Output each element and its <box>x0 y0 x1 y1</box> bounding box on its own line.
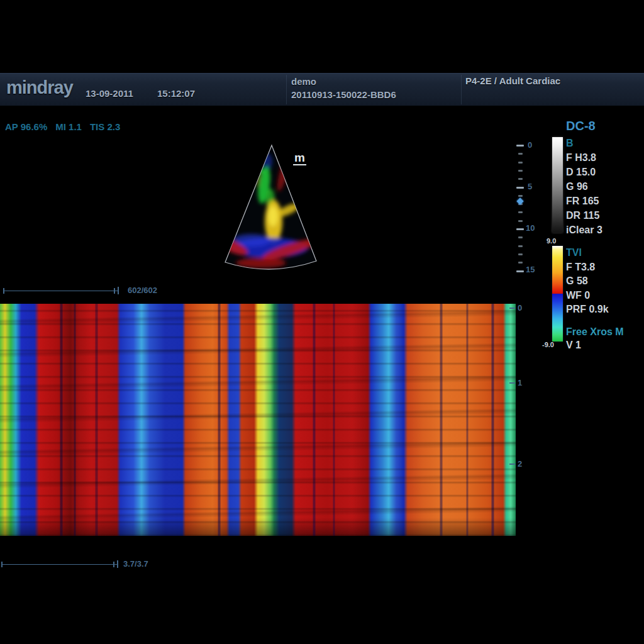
depth-minor-tick <box>518 236 523 238</box>
tvi-color-bar <box>552 246 563 341</box>
time-scale-end-tick <box>113 562 114 567</box>
tvi-param-frequency: F T3.8 <box>566 260 609 275</box>
cine-end-tick <box>114 288 115 294</box>
b-mode-params: B F H3.8 D 15.0 G 96 FR 165 DR 115 iClea… <box>566 136 602 237</box>
depth-minor-tick <box>518 195 523 197</box>
depth-label-15: 15 <box>526 265 535 274</box>
mindray-logo: mindray <box>6 77 73 98</box>
exam-date: 13-09-2011 <box>86 88 133 99</box>
m-line-marker: m <box>293 152 306 165</box>
time-scale-line <box>1 564 117 565</box>
tvi-label: TVI <box>566 246 609 260</box>
depth-minor-tick <box>518 170 523 172</box>
sweep-time-value: 3.7/3.7 <box>123 559 148 569</box>
mmode-depth-tick <box>509 464 515 465</box>
tvi-params: TVI F T3.8 G 58 WF 0 PRF 0.9k <box>566 246 609 317</box>
b-param-frequency: F H3.8 <box>566 150 602 165</box>
tvi-param-wallfilter: WF 0 <box>566 289 609 303</box>
tvi-param-prf: PRF 0.9k <box>566 303 609 317</box>
depth-label-0: 0 <box>528 140 532 150</box>
exam-time: 15:12:07 <box>157 88 195 99</box>
cine-cursor-tick[interactable] <box>118 287 119 294</box>
depth-minor-tick <box>518 211 523 213</box>
mmode-depth-label-1: 1 <box>518 378 522 387</box>
cine-start-tick <box>3 288 4 294</box>
depth-major-tick <box>516 187 524 189</box>
mmode-trace-display[interactable] <box>0 304 516 536</box>
mi-value: MI 1.1 <box>55 121 82 132</box>
depth-major-tick <box>516 228 524 230</box>
mmode-depth-label-2: 2 <box>518 459 522 469</box>
depth-major-tick <box>516 270 524 272</box>
exam-id: 20110913-150022-BBD6 <box>291 89 396 100</box>
b-mode-label: B <box>566 136 602 150</box>
free-xros-m-label: Free Xros M <box>566 326 624 338</box>
tvi-scale-min: -9.0 <box>542 341 554 348</box>
depth-minor-tick <box>518 245 523 247</box>
depth-minor-tick <box>518 153 523 155</box>
b-param-iclear: iClear 3 <box>566 223 602 237</box>
ultrasound-screen: { "colors": { "teal_label": "#1e7d9a", "… <box>0 0 644 644</box>
grayscale-bar <box>552 137 563 233</box>
system-model-label: DC-8 <box>566 119 596 133</box>
ap-value: AP 96.6% <box>5 121 47 132</box>
header-divider <box>286 75 287 104</box>
tvi-param-gain: G 58 <box>566 274 609 289</box>
time-scale-cursor-tick <box>117 560 118 568</box>
depth-minor-tick <box>518 253 523 255</box>
depth-label-10: 10 <box>526 223 535 233</box>
depth-minor-tick <box>518 262 523 264</box>
b-param-depth: D 15.0 <box>566 165 602 179</box>
probe-preset: P4-2E / Adult Cardiac <box>465 75 560 86</box>
time-scale-start-tick <box>1 562 3 567</box>
depth-minor-tick <box>518 220 523 222</box>
free-xros-m-velocity: V 1 <box>566 340 581 351</box>
b-param-framerate: FR 165 <box>566 194 602 208</box>
patient-name: demo <box>291 76 316 87</box>
depth-label-5: 5 <box>528 182 532 191</box>
header-bar: mindray 13-09-2011 15:12:07 demo 2011091… <box>0 73 644 106</box>
header-divider <box>461 75 462 104</box>
acoustic-output-readout: AP 96.6%MI 1.1TIS 2.3 <box>5 121 128 132</box>
mmode-depth-label-0: 0 <box>518 303 522 313</box>
mmode-depth-tick <box>509 308 515 309</box>
sector-image[interactable] <box>214 140 340 278</box>
b-param-dynamicrange: DR 115 <box>566 208 602 223</box>
depth-major-tick <box>516 145 524 147</box>
mmode-depth-tick <box>509 382 515 384</box>
tvi-scale-max: 9.0 <box>547 237 556 245</box>
cine-line[interactable] <box>3 291 118 291</box>
cine-frame-counter: 602/602 <box>128 286 157 295</box>
tis-value: TIS 2.3 <box>90 121 120 132</box>
b-param-gain: G 96 <box>566 179 602 194</box>
depth-minor-tick <box>518 178 523 180</box>
doppler-color-blobs <box>216 153 318 268</box>
depth-minor-tick <box>518 162 523 164</box>
